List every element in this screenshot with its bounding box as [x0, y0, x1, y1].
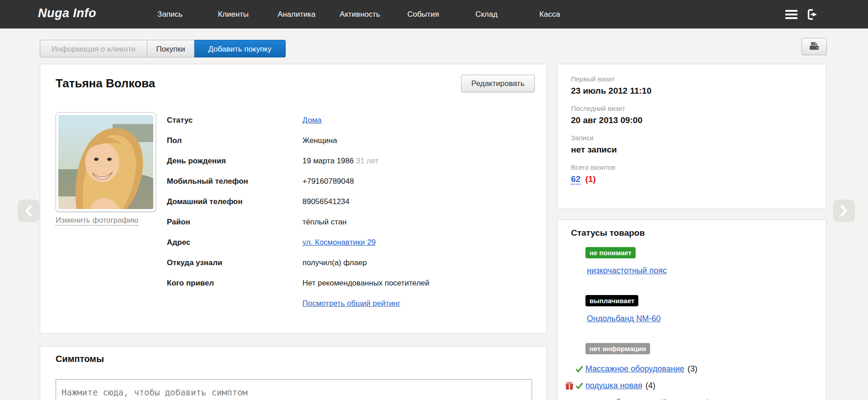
- field-row-referrals: Кого привел Нет рекомендованных посетите…: [167, 273, 528, 293]
- client-photo: [56, 112, 156, 212]
- nav-item-events[interactable]: События: [392, 10, 455, 19]
- field-row-gender: Пол Женщина: [167, 130, 528, 151]
- symptoms-card: Симптомы: [40, 346, 547, 400]
- status-value-link[interactable]: Дома: [302, 116, 321, 124]
- total-visits-link[interactable]: 62: [571, 174, 580, 185]
- product-statuses-panel: Статусы товаров не понимает низкочастотн…: [557, 219, 826, 400]
- client-tabs: Информация о клиенте Покупки Добавить по…: [40, 40, 286, 57]
- address-value-link[interactable]: ул. Космонавтики 29: [302, 238, 376, 247]
- product-statuses-title: Статусы товаров: [571, 228, 826, 238]
- records-value: нет записи: [571, 145, 826, 155]
- status-badge-no-info: нет информации: [585, 343, 650, 354]
- prev-client-button[interactable]: [18, 200, 39, 222]
- chevron-left-icon: [24, 205, 33, 217]
- nav-item-record[interactable]: Запись: [138, 10, 202, 19]
- total-visits-value: 62 (1): [571, 174, 826, 184]
- edit-button[interactable]: Редактировать: [461, 75, 535, 92]
- tab-purchases[interactable]: Покупки: [147, 40, 194, 57]
- client-photo-image: [58, 115, 153, 209]
- visits-panel: Первый визит 23 июль 2012 11:10 Последни…: [557, 64, 826, 209]
- field-row-rating: Посмотреть общий рейтинг: [167, 293, 528, 314]
- status-badge-not-understands: не понимает: [585, 247, 636, 258]
- nav-item-warehouse[interactable]: Склад: [455, 10, 518, 19]
- last-visit-label: Последний визит: [571, 105, 826, 112]
- records-label: Записи: [571, 134, 826, 142]
- field-row-mobile: Мобильный телефон +79160789048: [167, 171, 528, 191]
- status-badge-paying: выплачивает: [585, 295, 638, 306]
- main-menu: Запись Клиенты Аналитика Активность Собы…: [138, 0, 581, 29]
- field-row-home-phone: Домашний телефон 89056541234: [167, 191, 528, 212]
- next-client-button[interactable]: [833, 200, 855, 222]
- brand-logo: Nuga Info: [38, 6, 96, 20]
- logout-icon[interactable]: [807, 9, 819, 20]
- nav-item-analytics[interactable]: Аналитика: [265, 10, 328, 19]
- check-icon: [576, 366, 585, 372]
- printer-icon: [808, 41, 820, 52]
- product-item-massage: Массажное оборудование (3): [557, 361, 826, 377]
- total-visits-label: Всего визитов: [571, 163, 826, 171]
- product-link-heat-projector[interactable]: тепловой проектор: [585, 398, 657, 400]
- check-icon: [576, 382, 585, 389]
- last-visit-value: 20 авг 2013 09:00: [571, 115, 826, 125]
- nav-right-controls: [785, 0, 868, 29]
- change-photo-link[interactable]: Изменить фотографию: [56, 216, 138, 226]
- photo-block: Изменить фотографию: [56, 112, 156, 226]
- menu-icon[interactable]: [785, 10, 797, 19]
- product-link-ondolband[interactable]: Ондольбанд NM-60: [587, 314, 660, 323]
- client-card: Татьяна Волкова Редактировать: [40, 64, 547, 333]
- gift-icon: [566, 382, 576, 390]
- first-visit-label: Первый визит: [571, 75, 826, 83]
- app-screen: Nuga Info Запись Клиенты Аналитика Актив…: [0, 0, 868, 400]
- product-item-pillow: подушка новая (4): [557, 377, 826, 394]
- chevron-right-icon: [840, 205, 849, 217]
- nav-item-cashdesk[interactable]: Касса: [518, 10, 581, 19]
- tab-client-info[interactable]: Информация о клиенте: [40, 40, 147, 57]
- field-row-status: Статус Дома: [167, 110, 528, 130]
- field-row-source: Откуда узнали получил(а) флаер: [167, 252, 528, 273]
- product-link-massage-equipment[interactable]: Массажное оборудование: [585, 364, 684, 374]
- product-item-heat-projector: тепловой проектор (1 - ожидает): [557, 394, 826, 400]
- nav-item-activity[interactable]: Активность: [328, 10, 392, 19]
- top-nav: Nuga Info Запись Клиенты Аналитика Актив…: [0, 0, 868, 29]
- symptom-input[interactable]: [56, 379, 532, 400]
- overall-rating-link[interactable]: Посмотреть общий рейтинг: [302, 299, 401, 308]
- no-info-items: Массажное оборудование (3) подушка новая…: [557, 361, 826, 400]
- first-visit-value: 23 июль 2012 11:10: [571, 86, 826, 96]
- nav-item-clients[interactable]: Клиенты: [202, 10, 265, 19]
- age-note: 31 лет: [356, 157, 378, 165]
- client-name: Татьяна Волкова: [56, 76, 155, 90]
- symptoms-title: Симптомы: [56, 354, 104, 364]
- product-link-new-pillow[interactable]: подушка новая: [585, 381, 642, 390]
- field-row-address: Адрес ул. Космонавтики 29: [167, 232, 528, 252]
- field-row-district: Район тёплый стан: [167, 212, 528, 232]
- client-fields: Статус Дома Пол Женщина День рождения 19…: [167, 110, 528, 314]
- product-link-lowfreq-belt[interactable]: низкочастотный пояс: [587, 266, 667, 275]
- print-button[interactable]: [802, 38, 827, 55]
- tab-add-purchase[interactable]: Добавить покупку: [194, 40, 286, 57]
- total-visits-extra: (1): [585, 174, 596, 184]
- field-row-birthday: День рождения 19 марта 1986 31 лет: [167, 151, 528, 171]
